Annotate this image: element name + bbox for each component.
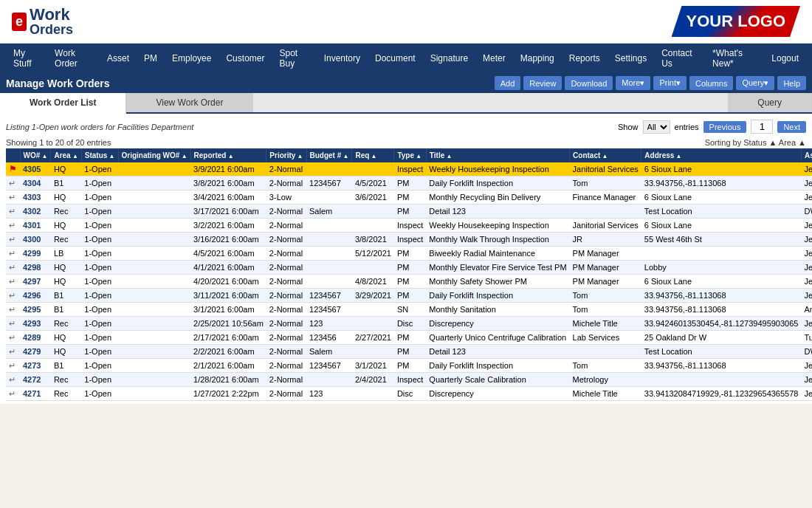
column-header-area[interactable]: Area <box>51 148 81 162</box>
address-cell: 33.943756,-81.113068 <box>641 176 802 190</box>
download-button[interactable]: Download <box>565 76 613 90</box>
status-cell: 1-Open <box>81 247 118 261</box>
wo-number-cell[interactable]: 4273 <box>20 359 51 373</box>
type-cell: PM <box>394 345 426 359</box>
nav-item-mapping[interactable]: Mapping <box>513 49 562 68</box>
table-row[interactable]: ↵4271Rec1-Open1/27/2021 2:22pm2-Normal12… <box>6 387 812 401</box>
wo-number-cell[interactable]: 4293 <box>20 317 51 331</box>
column-header-assignments[interactable]: Assignments <box>801 148 812 162</box>
table-row[interactable]: ↵4293Rec1-Open2/25/2021 10:56am2-Normal1… <box>6 317 812 331</box>
column-header-budget--[interactable]: Budget # <box>306 148 352 162</box>
column-header-originating-wo-[interactable]: Originating WO# <box>118 148 190 162</box>
nav-item-pm[interactable]: PM <box>137 49 165 68</box>
column-header-priority[interactable]: Priority <box>266 148 306 162</box>
table-row[interactable]: ↵4304B11-Open3/8/2021 6:00am2-Normal1234… <box>6 176 812 190</box>
wo-number-cell[interactable]: 4295 <box>20 303 51 317</box>
query--button[interactable]: Query▾ <box>736 76 774 90</box>
nav-item-signature[interactable]: Signature <box>423 49 475 68</box>
table-row[interactable]: ↵4273B11-Open2/1/2021 6:00am2-Normal1234… <box>6 359 812 373</box>
more--button[interactable]: More▾ <box>616 76 650 90</box>
nav-item-inventory[interactable]: Inventory <box>317 49 368 68</box>
wo-number-cell[interactable]: 4289 <box>20 331 51 345</box>
wo-number-cell[interactable]: 4303 <box>20 190 51 205</box>
column-header-wo-[interactable]: WO# <box>20 148 51 162</box>
column-header-type[interactable]: Type <box>394 148 426 162</box>
nav-item-spot-buy[interactable]: Spot Buy <box>272 44 316 73</box>
columns-button[interactable]: Columns <box>689 76 733 90</box>
table-row[interactable]: ↵4272Rec1-Open1/28/2021 6:00am2-Normal2/… <box>6 373 812 387</box>
title-cell: Biweekly Radial Maintenance <box>426 247 569 261</box>
table-row[interactable]: ↵4300Rec1-Open3/16/2021 6:00am2-Normal3/… <box>6 233 812 247</box>
wo-number-cell[interactable]: 4279 <box>20 345 51 359</box>
table-row[interactable]: ↵4298HQ1-Open4/1/2021 6:00am2-NormalPMMo… <box>6 261 812 275</box>
table-row[interactable]: ↵4302Rec1-Open3/17/2021 6:00am2-NormalSa… <box>6 205 812 219</box>
review-button[interactable]: Review <box>523 76 562 90</box>
wo-number-cell[interactable]: 4304 <box>20 176 51 190</box>
type-cell: Inspect <box>394 219 426 233</box>
nav-item-asset[interactable]: Asset <box>100 49 137 68</box>
tab-work-order-list[interactable]: Work Order List <box>0 93 126 114</box>
table-row[interactable]: ↵4303HQ1-Open3/4/2021 6:00am3-Low3/6/202… <box>6 190 812 205</box>
column-header-contact[interactable]: Contact <box>570 148 641 162</box>
logo-e-icon: e <box>12 13 27 31</box>
wo-number-cell[interactable]: 4298 <box>20 261 51 275</box>
nav-item-my-stuff[interactable]: My Stuff <box>6 44 47 73</box>
column-header-status[interactable]: Status <box>81 148 118 162</box>
nav-item-customer[interactable]: Customer <box>219 49 272 68</box>
wo-number-cell[interactable]: 4299 <box>20 247 51 261</box>
assignments-cell: Jeff <box>801 359 812 373</box>
page-input[interactable] <box>751 120 773 134</box>
nav-item-employee[interactable]: Employee <box>165 49 219 68</box>
nav-item-work-order[interactable]: Work Order <box>47 44 100 73</box>
wo-number-cell[interactable]: 4271 <box>20 387 51 401</box>
column-header-req[interactable]: Req <box>352 148 394 162</box>
wo-number-cell[interactable]: 4272 <box>20 373 51 387</box>
nav-item-reports[interactable]: Reports <box>562 49 608 68</box>
table-row[interactable]: ↵4289HQ1-Open2/17/2021 6:00am2-Normal123… <box>6 331 812 345</box>
tab-query[interactable]: Query <box>728 93 812 112</box>
column-header-address[interactable]: Address <box>641 148 802 162</box>
add-button[interactable]: Add <box>495 76 521 90</box>
assignments-cell: DWTug-2 <box>801 345 812 359</box>
type-cell: PM <box>394 261 426 275</box>
wo-number-cell[interactable]: 4301 <box>20 219 51 233</box>
tab-view-work-order[interactable]: View Work Order <box>126 93 253 112</box>
contact-cell: Finance Manager <box>570 190 641 205</box>
wo-number-cell[interactable]: 4302 <box>20 205 51 219</box>
table-row[interactable]: ↵4296B11-Open3/11/2021 6:00am2-Normal123… <box>6 289 812 303</box>
nav-item-logout[interactable]: Logout <box>764 49 806 68</box>
table-row[interactable]: ↵4297HQ1-Open4/20/2021 6:00am2-Normal4/8… <box>6 275 812 289</box>
priority-cell: 2-Normal <box>266 233 306 247</box>
previous-button[interactable]: Previous <box>703 121 747 133</box>
table-row[interactable]: ↵4295B11-Open3/1/2021 6:00am2-Normal1234… <box>6 303 812 317</box>
wo-number-cell[interactable]: 4300 <box>20 233 51 247</box>
originating-wo-cell <box>118 373 190 387</box>
nav-item-document[interactable]: Document <box>368 49 423 68</box>
area-cell: B1 <box>51 359 81 373</box>
print--button[interactable]: Print▾ <box>653 76 687 90</box>
budget-cell: 123 <box>306 387 352 401</box>
nav-item--what-s-new-[interactable]: *What's New* <box>705 44 764 73</box>
area-cell: LB <box>51 247 81 261</box>
originating-wo-cell <box>118 289 190 303</box>
show-select[interactable]: All 10 25 50 <box>643 120 670 134</box>
priority-cell: 2-Normal <box>266 275 306 289</box>
nav-item-settings[interactable]: Settings <box>608 49 654 68</box>
table-row[interactable]: ↵4301HQ1-Open3/2/2021 6:00am2-NormalInsp… <box>6 219 812 233</box>
table-row[interactable]: ↵4279HQ1-Open2/2/2021 6:00am2-NormalSale… <box>6 345 812 359</box>
next-button[interactable]: Next <box>777 121 806 133</box>
wo-number-cell[interactable]: 4297 <box>20 275 51 289</box>
table-row[interactable]: ⚑4305HQ1-Open3/9/2021 6:00am2-NormalInsp… <box>6 162 812 176</box>
column-header-reported[interactable]: Reported <box>190 148 266 162</box>
req-cell <box>352 317 394 331</box>
wo-number-cell[interactable]: 4296 <box>20 289 51 303</box>
status-cell: 1-Open <box>81 317 118 331</box>
nav-item-contact-us[interactable]: Contact Us <box>654 44 705 73</box>
table-row[interactable]: ↵4299LB1-Open4/5/2021 6:00am2-Normal5/12… <box>6 247 812 261</box>
nav-item-meter[interactable]: Meter <box>475 49 513 68</box>
help-button[interactable]: Help <box>777 76 806 90</box>
column-header-title[interactable]: Title <box>426 148 569 162</box>
wo-number-cell[interactable]: 4305 <box>20 162 51 176</box>
budget-cell <box>306 373 352 387</box>
address-cell <box>641 373 802 387</box>
